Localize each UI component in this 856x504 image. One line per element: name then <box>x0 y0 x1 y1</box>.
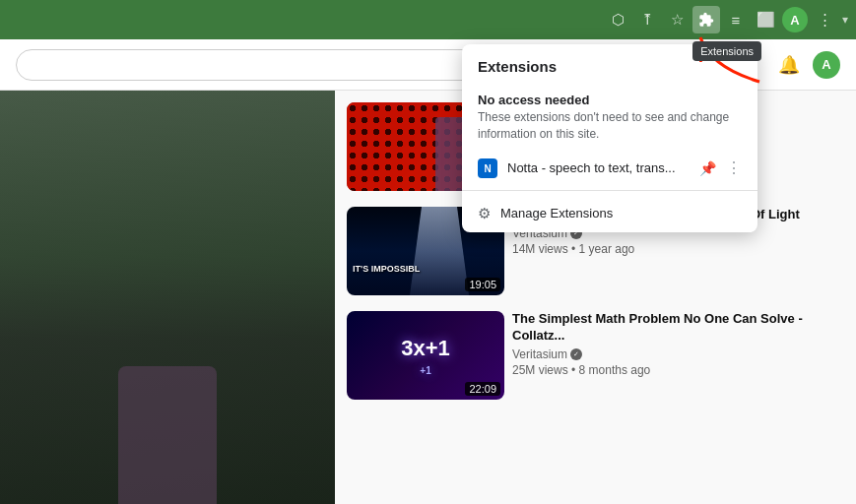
tab-search-icon[interactable]: ≡ <box>722 6 750 33</box>
manage-gear-icon: ⚙ <box>478 205 491 222</box>
main-video-inner <box>0 91 335 504</box>
manage-extensions-row[interactable]: ⚙ Manage Extensions <box>462 195 757 232</box>
extensions-popup-title: Extensions <box>462 44 757 85</box>
chrome-avatar[interactable]: A <box>781 6 809 33</box>
chrome-toolbar: ⬡ ⤒ ☆ ≡ ⬜ A ⋮ ▾ <box>0 0 856 39</box>
video-title-collatz: The Simplest Math Problem No One Can Sol… <box>512 311 844 345</box>
pin-icon[interactable]: 📌 <box>699 160 716 176</box>
search-input[interactable] <box>29 57 476 73</box>
extensions-no-access-label: No access needed <box>462 85 757 109</box>
manage-extensions-label: Manage Extensions <box>500 206 613 220</box>
notifications-icon[interactable]: 🔔 <box>773 49 805 81</box>
video-item-collatz[interactable]: 3x+1 +1 22:09 The Simplest Math Problem … <box>343 307 848 404</box>
user-avatar: A <box>782 7 808 32</box>
svg-text:N: N <box>484 163 491 174</box>
bookmark-icon[interactable]: ☆ <box>663 6 691 33</box>
veritasium-channel-2: Veritasium <box>512 347 567 361</box>
extensions-icon[interactable] <box>692 6 720 33</box>
light-beam <box>410 207 469 295</box>
light-stats: 14M views • 1 year ago <box>512 242 844 256</box>
notta-icon: N <box>478 158 497 178</box>
collatz-stats: 25M views • 8 months ago <box>512 363 844 377</box>
extensions-popup: Extensions No access needed These extens… <box>462 44 757 232</box>
more-menu-icon[interactable]: ⋮ <box>811 6 838 33</box>
collatz-duration: 22:09 <box>465 382 500 396</box>
light-thumb-text: IT'S IMPOSSIBL <box>353 264 420 276</box>
extensions-no-access-desc: These extensions don't need to see and c… <box>462 109 757 151</box>
toolbar-icons: ⬡ ⤒ ☆ ≡ ⬜ A ⋮ <box>604 6 838 33</box>
chevron-down-icon: ▾ <box>842 13 848 27</box>
extension-item-notta[interactable]: N Notta - speech to text, trans... 📌 ⋮ <box>462 151 757 186</box>
yt-toolbar-right: 🔔 A <box>773 49 840 81</box>
cast-icon[interactable]: ⬡ <box>604 6 631 33</box>
channel-row-collatz: Veritasium ✓ <box>512 347 844 361</box>
presenter-figure <box>118 366 217 504</box>
split-view-icon[interactable]: ⬜ <box>752 6 779 33</box>
search-container <box>16 49 489 81</box>
video-meta-collatz: The Simplest Math Problem No One Can Sol… <box>512 311 844 400</box>
yt-user-avatar[interactable]: A <box>813 51 840 79</box>
extension-more-icon[interactable]: ⋮ <box>726 158 742 177</box>
veritasium-verified-2: ✓ <box>570 348 582 360</box>
main-video-player: All <box>0 91 335 504</box>
save-icon[interactable]: ⤒ <box>633 6 661 33</box>
video-thumb-collatz: 3x+1 +1 22:09 <box>347 311 504 400</box>
light-duration: 19:05 <box>465 278 500 291</box>
extensions-divider <box>462 190 757 191</box>
notta-extension-name: Notta - speech to text, trans... <box>507 160 690 175</box>
